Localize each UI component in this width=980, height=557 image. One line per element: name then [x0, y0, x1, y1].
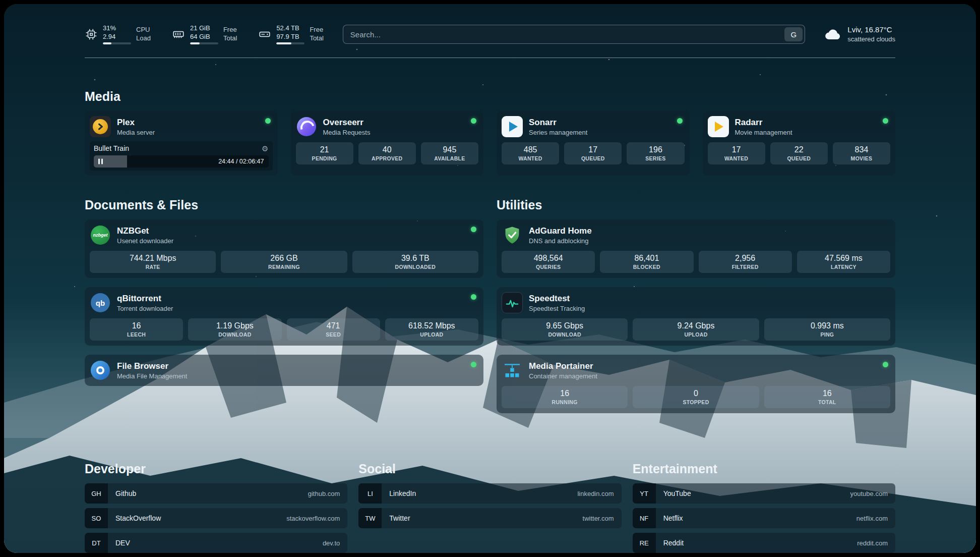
- playback-progressbar: 24:44 / 02:06:47: [94, 155, 269, 168]
- memory-progressbar: [190, 42, 218, 44]
- card-adguard[interactable]: AdGuard Home DNS and adblocking 498,564Q…: [497, 219, 895, 278]
- search-input[interactable]: [343, 25, 805, 44]
- bookmark-name: Reddit: [656, 539, 858, 547]
- bookmark-abbr: SO: [85, 508, 108, 528]
- stat-label: WANTED: [710, 155, 763, 161]
- bookmark-dev[interactable]: DT DEV dev.to: [85, 533, 347, 553]
- plex-now-playing: Bullet Train ⚙ 24:44 / 02:06:47: [90, 141, 273, 171]
- portainer-subtitle: Container management: [529, 372, 877, 380]
- stat-wanted: 17WANTED: [708, 142, 765, 164]
- bookmark-linkedin[interactable]: LI LinkedIn linkedin.com: [358, 483, 621, 504]
- system-widgets: 31% 2.94 CPU Load: [85, 24, 324, 45]
- search-provider-button[interactable]: G: [784, 27, 803, 41]
- settings-gear-icon[interactable]: ⚙: [262, 145, 268, 152]
- bookmark-stackoverflow[interactable]: SO StackOverflow stackoverflow.com: [85, 508, 347, 528]
- search-box: G: [343, 25, 805, 44]
- bookmark-twitter[interactable]: TW Twitter twitter.com: [358, 508, 621, 528]
- stat-label: STOPPED: [635, 399, 757, 405]
- adguard-icon: [502, 225, 523, 246]
- stat-value: 21: [298, 145, 351, 154]
- stat-label: PING: [766, 331, 888, 338]
- speedtest-header: Speedtest Speedtest Tracking: [502, 292, 890, 313]
- card-sonarr[interactable]: Sonarr Series management 485WANTED 17QUE…: [497, 111, 690, 176]
- weather-condition: scattered clouds: [847, 35, 895, 44]
- stat-rate: 744.21 MbpsRATE: [90, 251, 216, 273]
- disk-labels: Free Total: [310, 26, 323, 43]
- card-radarr[interactable]: Radarr Movie management 17WANTED 22QUEUE…: [703, 111, 896, 176]
- weather-widget: Lviv, 16.87°C scattered clouds: [824, 25, 895, 44]
- card-plex[interactable]: Plex Media server Bullet Train ⚙: [85, 111, 278, 176]
- bookmark-netflix[interactable]: NF Netflix netflix.com: [633, 508, 895, 528]
- sonarr-stats: 485WANTED 17QUEUED 196SERIES: [502, 142, 685, 164]
- disk-values: 52.4 TB 97.9 TB: [276, 24, 304, 45]
- card-nzbget[interactable]: nzbget NZBGet Usenet downloader 744.21 M…: [85, 219, 483, 278]
- stat-label: APPROVED: [360, 155, 414, 161]
- bookmark-url: netflix.com: [856, 515, 895, 522]
- stat-remaining: 266 GBREMAINING: [221, 251, 347, 273]
- bookmark-github[interactable]: GH Github github.com: [85, 483, 347, 504]
- stat-blocked: 86,401BLOCKED: [600, 251, 693, 273]
- bookmark-reddit[interactable]: RE Reddit reddit.com: [633, 533, 895, 553]
- qbittorrent-logo-icon: qb: [91, 293, 110, 312]
- bookmark-url: linkedin.com: [577, 490, 621, 497]
- cpu-percent: 31%: [103, 24, 131, 33]
- portainer-icon: [502, 360, 523, 381]
- bookmark-name: Github: [108, 489, 308, 497]
- stat-value: 17: [710, 145, 763, 154]
- stat-wanted: 485WANTED: [502, 142, 559, 164]
- plex-now-playing-header: Bullet Train ⚙: [94, 144, 269, 152]
- cpu-values: 31% 2.94: [103, 24, 131, 45]
- plex-icon: [90, 116, 111, 137]
- stat-label: FILTERED: [701, 264, 790, 270]
- radarr-subtitle: Movie management: [735, 129, 877, 136]
- cpu-load-value: 2.94: [103, 33, 131, 41]
- sonarr-subtitle: Series management: [529, 129, 671, 136]
- dashboard-screen: 31% 2.94 CPU Load: [4, 4, 976, 553]
- sonarr-header: Sonarr Series management: [502, 116, 685, 137]
- nzbget-logo-icon: nzbget: [91, 226, 110, 245]
- overseerr-stats: 21PENDING 40APPROVED 945AVAILABLE: [296, 142, 479, 164]
- memory-progress-fill: [190, 42, 200, 44]
- disk-progress-fill: [276, 42, 291, 44]
- memory-values: 21 GiB 64 GiB: [190, 24, 218, 45]
- stat-label: QUEUED: [772, 155, 826, 161]
- disk-free: 52.4 TB: [276, 24, 304, 33]
- stat-pending: 21PENDING: [296, 142, 353, 164]
- stat-value: 47.569 ms: [799, 254, 888, 263]
- card-speedtest[interactable]: Speedtest Speedtest Tracking 9.65 GbpsDO…: [497, 287, 895, 346]
- radarr-titles: Radarr Movie management: [735, 118, 877, 136]
- radarr-arrow-icon: [715, 122, 723, 132]
- card-filebrowser[interactable]: File Browser Media File Management: [85, 355, 483, 386]
- stat-value: 945: [423, 145, 476, 154]
- stat-value: 2,956: [701, 254, 790, 263]
- weather-text: Lviv, 16.87°C scattered clouds: [847, 25, 895, 44]
- stat-value: 16: [766, 389, 888, 398]
- stat-ping: 0.993 msPING: [764, 318, 890, 341]
- stat-label: LATENCY: [799, 264, 888, 270]
- stat-value: 196: [629, 145, 682, 154]
- card-qbittorrent[interactable]: qb qBittorrent Torrent downloader 16LEEC…: [85, 287, 483, 346]
- bookmark-groups: Developer GH Github github.com SO StackO…: [85, 462, 895, 553]
- overseerr-subtitle: Media Requests: [323, 129, 465, 136]
- bookmark-youtube[interactable]: YT YouTube youtube.com: [633, 483, 895, 504]
- stat-label: BLOCKED: [602, 264, 691, 270]
- cpu-progress-fill: [103, 42, 111, 44]
- card-overseerr[interactable]: Overseerr Media Requests 21PENDING 40APP…: [291, 111, 484, 176]
- stat-label: AVAILABLE: [423, 155, 476, 161]
- cpu-icon: [85, 28, 98, 41]
- stat-label: PENDING: [298, 155, 351, 161]
- hard-drive-icon: [258, 28, 271, 41]
- section-title-entertainment: Entertainment: [633, 462, 895, 476]
- stat-filtered: 2,956FILTERED: [699, 251, 792, 273]
- shield-check-icon: [503, 226, 522, 245]
- card-portainer[interactable]: Media Portainer Container management 16R…: [497, 355, 895, 413]
- filebrowser-header: File Browser Media File Management: [90, 360, 478, 381]
- disk-total: 97.9 TB: [276, 33, 304, 41]
- qbittorrent-subtitle: Torrent downloader: [117, 305, 465, 312]
- sonarr-name: Sonarr: [529, 118, 671, 128]
- developer-list: GH Github github.com SO StackOverflow st…: [85, 483, 347, 553]
- stat-label: MOVIES: [835, 155, 888, 161]
- stat-upload: 618.52 MbpsUPLOAD: [385, 318, 478, 341]
- portainer-titles: Media Portainer Container management: [529, 361, 877, 380]
- nzbget-name: NZBGet: [117, 226, 465, 236]
